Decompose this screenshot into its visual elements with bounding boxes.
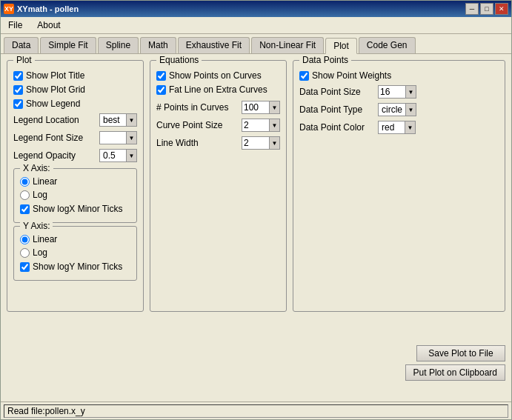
points-in-curves-arrow[interactable]: ▼ xyxy=(270,101,280,114)
show-points-on-curves-checkbox[interactable] xyxy=(156,71,166,81)
show-logx-ticks-checkbox[interactable] xyxy=(20,204,30,214)
y-axis-section: Y Axis: Linear Log Show logY Minor Ticks xyxy=(13,226,137,281)
data-point-color-arrow[interactable]: ▼ xyxy=(405,121,415,133)
tab-exhaustive-fit[interactable]: Exhaustive Fit xyxy=(178,37,250,53)
y-axis-linear-label: Linear xyxy=(33,234,57,244)
show-plot-title-checkbox[interactable] xyxy=(13,71,23,81)
maximize-button[interactable]: □ xyxy=(480,3,493,15)
content-area: Plot Show Plot Title Show Plot Grid Show… xyxy=(1,53,511,401)
data-point-color-label: Data Point Color xyxy=(299,122,373,133)
fat-line-label: Fat Line on Extra Curves xyxy=(169,84,267,95)
x-axis-section: X Axis: Linear Log Show logX Minor Ticks xyxy=(13,168,137,223)
show-logy-ticks-label: Show logY Minor Ticks xyxy=(33,261,122,272)
menu-about[interactable]: About xyxy=(33,19,64,32)
menu-bar: File About xyxy=(1,17,511,34)
tab-spline[interactable]: Spline xyxy=(98,37,139,53)
legend-font-size-select[interactable]: ▼ xyxy=(99,131,137,144)
close-button[interactable]: ✕ xyxy=(495,3,508,15)
show-legend-checkbox[interactable] xyxy=(13,99,23,109)
status-bar: Read file:pollen.x_y xyxy=(1,401,511,419)
legend-location-select[interactable]: best ▼ xyxy=(99,113,137,127)
legend-location-label: Legend Location xyxy=(13,115,79,125)
tab-code-gen[interactable]: Code Gen xyxy=(359,37,416,53)
x-axis-log-label: Log xyxy=(33,190,47,200)
save-plot-button[interactable]: Save Plot to File xyxy=(416,345,505,361)
y-axis-linear-radio[interactable] xyxy=(20,235,30,244)
legend-location-arrow[interactable]: ▼ xyxy=(126,114,136,126)
show-point-weights-checkbox[interactable] xyxy=(299,71,309,81)
main-window: XY XYmath - pollen ─ □ ✕ File About Data… xyxy=(0,0,512,420)
line-width-arrow[interactable]: ▼ xyxy=(270,136,280,150)
tab-plot[interactable]: Plot xyxy=(325,38,357,54)
tab-simple-fit[interactable]: Simple Fit xyxy=(40,37,96,53)
show-plot-grid-label: Show Plot Grid xyxy=(26,84,85,95)
x-axis-log-radio[interactable] xyxy=(20,190,30,200)
clipboard-button[interactable]: Put Plot on Clipboard xyxy=(405,364,505,381)
y-axis-log-radio[interactable] xyxy=(20,248,30,258)
x-axis-linear-label: Linear xyxy=(33,176,57,187)
data-point-size-label: Data Point Size xyxy=(299,87,373,97)
data-point-size-spinbox[interactable]: ▼ xyxy=(378,85,416,99)
status-text: Read file:pollen.x_y xyxy=(7,406,85,416)
tab-non-linear-fit[interactable]: Non-Linear Fit xyxy=(251,37,324,53)
data-point-color-select[interactable]: red ▼ xyxy=(378,121,416,134)
legend-font-size-label: Legend Font Size xyxy=(13,133,83,143)
x-axis-title: X Axis: xyxy=(20,163,53,173)
window-title: XYmath - pollen xyxy=(17,4,79,13)
show-legend-label: Show Legend xyxy=(26,99,80,109)
points-in-curves-input[interactable] xyxy=(242,101,270,114)
plot-panel: Plot Show Plot Title Show Plot Grid Show… xyxy=(7,60,144,312)
app-icon: XY xyxy=(4,4,14,14)
legend-opacity-label: Legend Opacity xyxy=(13,150,76,161)
points-in-curves-label: # Points in Curves xyxy=(156,102,228,113)
title-bar: XY XYmath - pollen ─ □ ✕ xyxy=(1,1,511,17)
bottom-buttons: Save Plot to File Put Plot on Clipboard xyxy=(405,345,505,381)
equations-panel: Equations Show Points on Curves Fat Line… xyxy=(150,60,287,312)
show-plot-grid-checkbox[interactable] xyxy=(13,85,23,95)
line-width-input[interactable] xyxy=(242,136,270,150)
data-point-size-input[interactable] xyxy=(378,85,406,99)
plot-panel-title: Plot xyxy=(13,55,35,65)
tab-bar: Data Simple Fit Spline Math Exhaustive F… xyxy=(1,34,511,53)
data-point-type-select[interactable]: circle ▼ xyxy=(378,103,416,116)
data-points-panel-title: Data Points xyxy=(299,55,351,65)
show-logy-ticks-checkbox[interactable] xyxy=(20,262,30,272)
legend-font-size-arrow[interactable]: ▼ xyxy=(126,132,136,144)
y-axis-title: Y Axis: xyxy=(20,221,53,231)
data-point-size-arrow[interactable]: ▼ xyxy=(406,85,416,99)
data-point-type-arrow[interactable]: ▼ xyxy=(405,104,416,116)
show-points-on-curves-label: Show Points on Curves xyxy=(169,70,262,81)
data-point-type-label: Data Point Type xyxy=(299,104,373,115)
tab-data[interactable]: Data xyxy=(4,37,39,53)
line-width-spinbox[interactable]: ▼ xyxy=(242,136,280,150)
minimize-button[interactable]: ─ xyxy=(465,3,479,15)
x-axis-linear-radio[interactable] xyxy=(20,177,30,187)
tab-math[interactable]: Math xyxy=(140,37,176,53)
menu-file[interactable]: File xyxy=(4,19,27,32)
show-plot-title-label: Show Plot Title xyxy=(26,70,84,81)
curve-point-size-arrow[interactable]: ▼ xyxy=(270,119,280,132)
curve-point-size-label: Curve Point Size xyxy=(156,120,222,130)
fat-line-checkbox[interactable] xyxy=(156,85,166,95)
equations-panel-title: Equations xyxy=(156,55,202,65)
show-point-weights-label: Show Point Weights xyxy=(312,70,391,81)
legend-opacity-arrow[interactable]: ▼ xyxy=(126,150,136,161)
line-width-label: Line Width xyxy=(156,138,199,148)
status-text-box: Read file:pollen.x_y xyxy=(4,404,508,418)
y-axis-log-label: Log xyxy=(33,247,47,258)
legend-opacity-select[interactable]: 0.5 ▼ xyxy=(99,149,137,162)
curve-point-size-input[interactable] xyxy=(242,119,270,132)
data-points-panel: Data Points Show Point Weights Data Poin… xyxy=(293,60,505,312)
show-logx-ticks-label: Show logX Minor Ticks xyxy=(33,204,122,214)
points-in-curves-spinbox[interactable]: ▼ xyxy=(242,101,280,114)
curve-point-size-spinbox[interactable]: ▼ xyxy=(242,119,280,132)
